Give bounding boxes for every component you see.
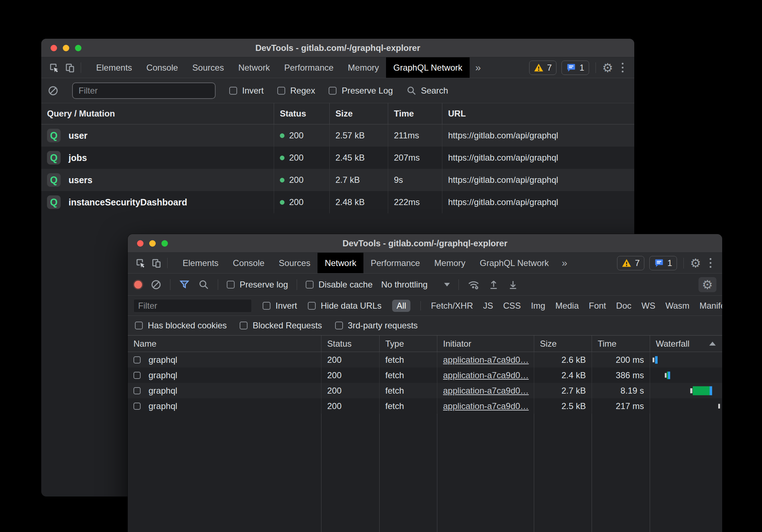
filter-chip-wasm[interactable]: Wasm bbox=[665, 301, 690, 311]
column-header-status[interactable]: Status bbox=[274, 103, 329, 124]
tab-performance[interactable]: Performance bbox=[277, 57, 340, 78]
column-header-name[interactable]: Name bbox=[128, 336, 321, 352]
inspect-element-icon[interactable] bbox=[46, 57, 62, 78]
throttling-dropdown[interactable]: No throttling bbox=[381, 280, 450, 290]
third-party-requests-checkbox[interactable]: 3rd-party requests bbox=[335, 320, 418, 331]
filter-chip-css[interactable]: CSS bbox=[503, 301, 521, 311]
search-icon[interactable] bbox=[198, 279, 209, 290]
issues-badge[interactable]: 1 bbox=[649, 256, 677, 270]
tab-console[interactable]: Console bbox=[226, 253, 272, 273]
network-request-row[interactable]: graphql 200 fetch application-a7ca9d0… 2… bbox=[128, 367, 722, 383]
menu-kebab-icon[interactable] bbox=[618, 63, 627, 72]
invert-checkbox[interactable]: Invert bbox=[229, 86, 264, 96]
issues-badge[interactable]: 1 bbox=[561, 61, 589, 75]
column-header-waterfall[interactable]: Waterfall bbox=[650, 336, 722, 352]
graphql-row-jobs[interactable]: Qjobs 200 2.45 kB 207ms https://gitlab.c… bbox=[41, 147, 634, 169]
device-toolbar-icon[interactable] bbox=[62, 57, 78, 78]
column-header-size[interactable]: Size bbox=[329, 103, 388, 124]
graphql-row-users[interactable]: Qusers 200 2.7 kB 9s https://gitlab.com/… bbox=[41, 169, 634, 191]
network-request-row[interactable]: graphql 200 fetch application-a7ca9d0… 2… bbox=[128, 383, 722, 398]
tab-sources[interactable]: Sources bbox=[185, 57, 231, 78]
filter-chip-img[interactable]: Img bbox=[531, 301, 545, 311]
filter-chip-font[interactable]: Font bbox=[589, 301, 606, 311]
filter-chip-fetch-xhr[interactable]: Fetch/XHR bbox=[431, 301, 473, 311]
blocked-requests-checkbox[interactable]: Blocked Requests bbox=[240, 320, 322, 331]
settings-gear-icon[interactable]: ⚙ bbox=[602, 62, 613, 74]
more-tabs-icon[interactable]: » bbox=[556, 253, 573, 273]
regex-checkbox[interactable]: Regex bbox=[277, 86, 315, 96]
column-header-time[interactable]: Time bbox=[592, 336, 650, 352]
initiator-link[interactable]: application-a7ca9d0… bbox=[443, 370, 529, 380]
network-request-row[interactable]: graphql 200 fetch application-a7ca9d0… 2… bbox=[128, 398, 722, 414]
column-header-initiator[interactable]: Initiator bbox=[437, 336, 534, 352]
filter-chip-doc[interactable]: Doc bbox=[616, 301, 631, 311]
invert-checkbox[interactable]: Invert bbox=[263, 301, 297, 311]
zoom-button[interactable] bbox=[161, 240, 168, 247]
url-value: https://gitlab.com/api/graphql bbox=[442, 147, 634, 169]
search-toggle[interactable]: Search bbox=[406, 86, 448, 96]
column-header-time[interactable]: Time bbox=[388, 103, 442, 124]
device-toolbar-icon[interactable] bbox=[149, 253, 164, 273]
settings-gear-icon[interactable]: ⚙ bbox=[690, 257, 701, 269]
record-button[interactable] bbox=[134, 281, 142, 289]
has-blocked-cookies-checkbox[interactable]: Has blocked cookies bbox=[135, 320, 227, 331]
disable-cache-label: Disable cache bbox=[319, 280, 373, 290]
tab-graphql-network[interactable]: GraphQL Network bbox=[472, 253, 556, 273]
initiator-link[interactable]: application-a7ca9d0… bbox=[443, 355, 529, 365]
minimize-button[interactable] bbox=[63, 45, 69, 51]
column-header-type[interactable]: Type bbox=[379, 336, 437, 352]
filter-chip-all[interactable]: All bbox=[392, 300, 410, 312]
row-checkbox[interactable] bbox=[133, 387, 141, 394]
filter-chip-manifest[interactable]: Manifest bbox=[700, 301, 722, 311]
filter-chip-ws[interactable]: WS bbox=[641, 301, 655, 311]
zoom-button[interactable] bbox=[75, 45, 81, 51]
initiator-link[interactable]: application-a7ca9d0… bbox=[443, 386, 529, 396]
network-conditions-icon[interactable] bbox=[467, 279, 480, 290]
tab-network[interactable]: Network bbox=[318, 253, 363, 273]
import-har-icon[interactable] bbox=[488, 279, 499, 290]
tab-memory[interactable]: Memory bbox=[427, 253, 473, 273]
tab-elements[interactable]: Elements bbox=[89, 57, 139, 78]
row-checkbox[interactable] bbox=[133, 372, 141, 379]
tab-memory[interactable]: Memory bbox=[341, 57, 386, 78]
tab-sources[interactable]: Sources bbox=[272, 253, 318, 273]
warnings-badge[interactable]: 7 bbox=[529, 61, 556, 75]
export-har-icon[interactable] bbox=[508, 279, 518, 290]
clear-icon[interactable] bbox=[151, 279, 161, 290]
tab-elements[interactable]: Elements bbox=[175, 253, 226, 273]
close-button[interactable] bbox=[137, 240, 144, 247]
network-request-row[interactable]: graphql 200 fetch application-a7ca9d0… 2… bbox=[128, 352, 722, 367]
traffic-lights bbox=[128, 240, 168, 247]
disable-cache-checkbox[interactable]: Disable cache bbox=[306, 280, 373, 290]
filter-funnel-icon[interactable] bbox=[179, 279, 190, 290]
checkbox-box bbox=[335, 322, 343, 329]
column-header-size[interactable]: Size bbox=[534, 336, 592, 352]
warnings-badge[interactable]: 7 bbox=[617, 256, 644, 270]
preserve-log-checkbox[interactable]: Preserve Log bbox=[329, 86, 393, 96]
preserve-log-checkbox[interactable]: Preserve log bbox=[227, 280, 288, 290]
inspect-element-icon[interactable] bbox=[133, 253, 149, 273]
graphql-row-user[interactable]: Quser 200 2.57 kB 211ms https://gitlab.c… bbox=[41, 124, 634, 147]
hide-data-urls-checkbox[interactable]: Hide data URLs bbox=[308, 301, 381, 311]
clear-icon[interactable] bbox=[48, 85, 58, 96]
column-header-url[interactable]: URL bbox=[442, 103, 634, 124]
column-header-status[interactable]: Status bbox=[321, 336, 379, 352]
filter-input[interactable] bbox=[133, 299, 252, 313]
close-button[interactable] bbox=[51, 45, 57, 51]
graphql-row-instance-security-dashboard[interactable]: QinstanceSecurityDashboard 200 2.48 kB 2… bbox=[41, 191, 634, 213]
more-tabs-icon[interactable]: » bbox=[470, 57, 487, 78]
minimize-button[interactable] bbox=[149, 240, 156, 247]
tab-performance[interactable]: Performance bbox=[363, 253, 427, 273]
row-checkbox[interactable] bbox=[133, 403, 141, 410]
tab-console[interactable]: Console bbox=[139, 57, 185, 78]
column-header-query-mutation[interactable]: Query / Mutation bbox=[41, 103, 274, 124]
initiator-link[interactable]: application-a7ca9d0… bbox=[443, 401, 529, 411]
network-settings-gear-icon[interactable]: ⚙ bbox=[698, 277, 716, 292]
row-checkbox[interactable] bbox=[133, 356, 141, 364]
tab-network[interactable]: Network bbox=[231, 57, 277, 78]
tab-graphql-network[interactable]: GraphQL Network bbox=[386, 57, 470, 78]
filter-input[interactable] bbox=[72, 82, 216, 99]
filter-chip-media[interactable]: Media bbox=[555, 301, 579, 311]
filter-chip-js[interactable]: JS bbox=[483, 301, 493, 311]
menu-kebab-icon[interactable] bbox=[706, 258, 715, 268]
